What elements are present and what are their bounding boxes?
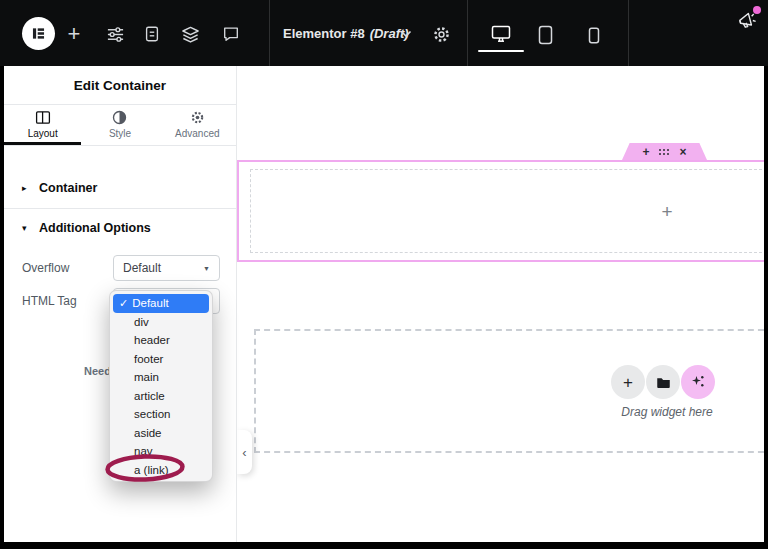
menu-item-default[interactable]: ✓ Default: [113, 294, 209, 313]
advanced-gear-icon: [190, 110, 205, 125]
document-icon: [143, 25, 161, 43]
collapse-panel-button[interactable]: ‹: [237, 430, 252, 474]
container-handle[interactable]: + ×: [622, 143, 707, 160]
site-settings-sliders-button[interactable]: [105, 24, 125, 44]
add-element-button[interactable]: +: [62, 22, 86, 46]
mobile-icon: [588, 27, 600, 44]
menu-item-header[interactable]: header: [110, 331, 212, 350]
plus-icon: +: [623, 374, 633, 391]
toolbar-divider: [269, 0, 270, 66]
chevron-down-icon: [400, 30, 412, 38]
container-drop-area[interactable]: [250, 169, 764, 253]
tablet-icon: [538, 25, 553, 45]
layers-icon: [181, 25, 200, 44]
menu-item-section[interactable]: section: [110, 405, 212, 424]
notes-comments-button[interactable]: [221, 24, 241, 44]
add-container-icon[interactable]: +: [642, 146, 649, 158]
elementor-logo[interactable]: [22, 17, 55, 50]
menu-item-nav[interactable]: nav: [110, 442, 212, 461]
document-name: Elementor #8: [283, 26, 365, 41]
overflow-select[interactable]: Default ▼: [113, 255, 220, 281]
tab-layout[interactable]: Layout: [4, 104, 81, 145]
active-device-underline: [478, 50, 524, 52]
toolbar-divider: [628, 0, 629, 66]
gear-icon: [432, 25, 451, 44]
section-container[interactable]: ▸ Container: [4, 176, 236, 200]
sliders-icon: [106, 25, 125, 44]
html-tag-dropdown-menu: ✓ Default div header footer main article…: [109, 290, 213, 482]
menu-item-label: Default: [132, 294, 168, 313]
notification-dot: [753, 6, 761, 14]
layout-columns-icon: [35, 110, 51, 125]
panel-title: Edit Container: [4, 66, 236, 105]
drag-widget-hint: Drag widget here: [567, 405, 764, 419]
elementor-editor-window: + Elementor #8 (Draft): [0, 0, 768, 549]
preview-canvas: + × + + Dr: [236, 66, 764, 542]
add-widget-button[interactable]: +: [611, 365, 645, 399]
caret-right-icon: ▸: [22, 183, 30, 193]
section-container-label: Container: [39, 181, 97, 195]
menu-item-article[interactable]: article: [110, 387, 212, 406]
folder-icon: [656, 376, 671, 389]
tab-advanced-label: Advanced: [175, 128, 219, 139]
tab-layout-label: Layout: [28, 128, 58, 139]
elementor-logo-icon: [29, 24, 48, 43]
menu-item-aside[interactable]: aside: [110, 424, 212, 443]
template-library-button[interactable]: [646, 365, 680, 399]
drag-handle-icon[interactable]: [659, 149, 661, 151]
document-settings-gear-button[interactable]: [431, 24, 451, 44]
structure-navigator-button[interactable]: [180, 24, 200, 44]
caret-down-icon: ▾: [22, 223, 30, 233]
panel-tabs: Layout Style Advanced: [4, 104, 236, 146]
tab-style[interactable]: Style: [81, 104, 158, 145]
check-icon: ✓: [119, 294, 128, 313]
top-toolbar: + Elementor #8 (Draft): [0, 0, 768, 66]
overflow-select-value: Default: [123, 261, 161, 275]
device-desktop-button[interactable]: [489, 23, 513, 45]
menu-item-div[interactable]: div: [110, 313, 212, 332]
menu-item-main[interactable]: main: [110, 368, 212, 387]
overflow-label: Overflow: [22, 261, 69, 275]
style-contrast-icon: [112, 110, 127, 125]
page-settings-button[interactable]: [142, 24, 162, 44]
menu-item-footer[interactable]: footer: [110, 350, 212, 369]
section-divider: [4, 208, 236, 209]
section-additional-options-label: Additional Options: [39, 221, 151, 235]
toolbar-divider: [467, 0, 468, 66]
html-tag-label: HTML Tag: [22, 294, 77, 308]
device-tablet-button[interactable]: [536, 24, 555, 45]
ai-builder-button[interactable]: [681, 365, 715, 399]
desktop-icon: [490, 24, 512, 44]
collapse-chevron-icon: ‹: [242, 445, 246, 460]
ai-sparkles-icon: [690, 374, 706, 390]
comment-bubble-icon: [222, 25, 240, 43]
tab-style-label: Style: [109, 128, 131, 139]
active-tab-underline: [4, 142, 81, 145]
menu-item-a-link[interactable]: a (link): [110, 461, 212, 480]
select-arrow-icon: ▼: [203, 265, 210, 272]
add-widget-plus-icon[interactable]: +: [657, 202, 677, 222]
selected-container[interactable]: [237, 160, 764, 262]
delete-container-icon[interactable]: ×: [680, 146, 687, 158]
tab-advanced[interactable]: Advanced: [159, 104, 236, 145]
device-mobile-button[interactable]: [586, 26, 601, 44]
document-title[interactable]: Elementor #8 (Draft): [283, 0, 409, 66]
plus-icon: +: [68, 21, 81, 47]
document-switcher-chevron[interactable]: [399, 28, 413, 40]
section-additional-options[interactable]: ▾ Additional Options: [4, 216, 236, 240]
drop-zone-actions: +: [611, 365, 715, 399]
